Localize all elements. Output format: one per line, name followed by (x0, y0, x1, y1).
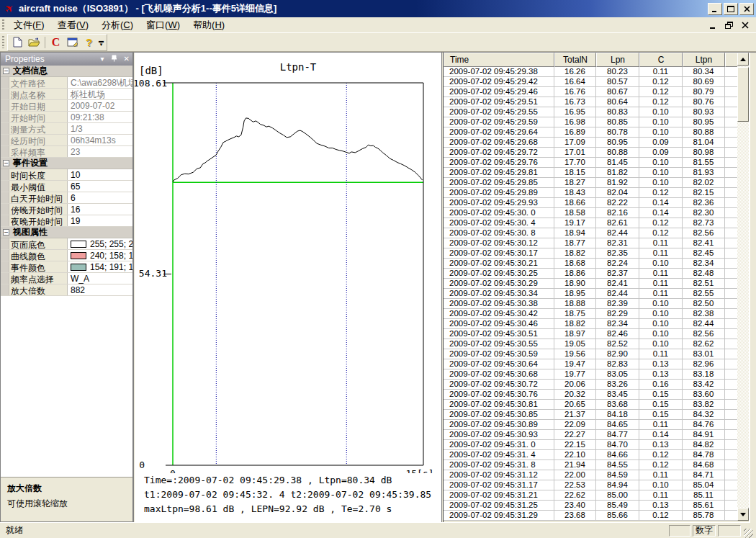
prop-row[interactable]: 开始日期2009-07-02 (1, 100, 132, 112)
collapse-minus-icon[interactable]: – (3, 229, 9, 236)
table-row[interactable]: 2009-07-02 09:45:30.2918.9082.410.1182.5… (444, 279, 756, 289)
help-button[interactable]: ? (81, 35, 97, 50)
column-header-lpn[interactable]: Lpn (596, 53, 639, 67)
new-file-button[interactable] (9, 35, 26, 50)
table-row[interactable]: 2009-07-02 09:45:29.4616.7680.670.1280.7… (444, 87, 756, 97)
table-row[interactable]: 2009-07-02 09:45:30.5919.5682.900.1183.0… (444, 349, 756, 359)
scrollbar-thumb[interactable] (737, 67, 749, 122)
resize-grip[interactable] (744, 529, 753, 538)
prop-row[interactable]: 页面底色255; 255; 25 (1, 238, 132, 250)
mdi-close-icon[interactable] (742, 22, 749, 29)
table-row[interactable]: 2009-07-02 09:45:30.2118.6882.240.1082.3… (444, 259, 756, 269)
table-row[interactable]: 2009-07-02 09:45:30. 419.1782.610.1282.7… (444, 218, 756, 228)
prop-row[interactable]: 经历时间06h34m13s (1, 135, 132, 146)
table-row[interactable]: 2009-07-02 09:45:29.6817.0980.950.0981.0… (444, 138, 756, 148)
table-row[interactable]: 2009-07-02 09:45:30. 818.9482.440.1282.5… (444, 228, 756, 238)
table-row[interactable]: 2009-07-02 09:45:30.4618.8282.340.1082.4… (444, 319, 756, 329)
prop-value[interactable]: 6 (68, 192, 132, 203)
table-row[interactable]: 2009-07-02 09:45:30.7620.3283.450.1583.6… (444, 390, 756, 400)
prop-category[interactable]: –文档信息 (1, 66, 132, 77)
prop-row[interactable]: 开始时间09:21:38 (1, 112, 132, 123)
collapse-minus-icon[interactable]: – (3, 68, 9, 74)
prop-row[interactable]: 傍晚开始时间16 (1, 204, 132, 215)
table-row[interactable]: 2009-07-02 09:45:29.5116.7380.640.1280.7… (444, 97, 756, 107)
table-row[interactable]: 2009-07-02 09:45:30.6819.7783.050.1383.1… (444, 369, 756, 380)
table-row[interactable]: 2009-07-02 09:45:31. 422.1084.660.1284.7… (444, 450, 756, 460)
table-row[interactable]: 2009-07-02 09:45:31. 821.9484.550.1284.6… (444, 460, 756, 470)
prop-row[interactable]: 采样频率23 (1, 146, 132, 158)
column-header-time[interactable]: Time (444, 53, 554, 67)
table-row[interactable]: 2009-07-02 09:45:30.5519.0582.520.1082.6… (444, 339, 756, 349)
prop-row[interactable]: 放大倍数882 (1, 284, 132, 296)
table-row[interactable]: 2009-07-02 09:45:30.4218.7582.290.1082.3… (444, 309, 756, 319)
mdi-minimize-icon[interactable] (709, 22, 716, 29)
table-row[interactable]: 2009-07-02 09:45:30.5118.9782.460.1082.5… (444, 329, 756, 339)
prop-value[interactable]: 10 (68, 169, 132, 180)
prop-row[interactable]: 曲线颜色240; 158; 15 (1, 250, 132, 261)
table-row[interactable]: 2009-07-02 09:45:30.2518.8682.370.1182.4… (444, 269, 756, 279)
prop-value[interactable]: 1/3 (68, 123, 132, 134)
table-row[interactable]: 2009-07-02 09:45:30. 018.5882.160.1482.3… (444, 208, 756, 218)
table-row[interactable]: 2009-07-02 09:45:31.2122.6285.000.1185.1… (444, 490, 756, 501)
menu-item-window[interactable]: 窗口(W) (140, 17, 186, 33)
maximize-button[interactable] (724, 3, 738, 15)
table-row[interactable]: 2009-07-02 09:45:31.1222.0084.590.1184.7… (444, 470, 756, 480)
prop-value[interactable]: 23 (68, 146, 132, 157)
mdi-restore-icon[interactable] (725, 22, 733, 29)
table-row[interactable]: 2009-07-02 09:45:30.1218.7782.310.1182.4… (444, 238, 756, 248)
collapse-minus-icon[interactable]: – (3, 160, 9, 166)
table-row[interactable]: 2009-07-02 09:45:31. 022.1584.700.1384.8… (444, 440, 756, 450)
prop-row[interactable]: 测点名称栎社机场 (1, 89, 132, 100)
table-row[interactable]: 2009-07-02 09:45:30.3818.8882.390.1082.5… (444, 299, 756, 309)
table-row[interactable]: 2009-07-02 09:45:30.8922.0984.650.1184.7… (444, 420, 756, 430)
prop-value[interactable]: 154; 191; 18 (68, 261, 132, 272)
table-row[interactable]: 2009-07-02 09:45:30.6419.4782.830.1382.9… (444, 359, 756, 369)
pin-icon[interactable] (111, 55, 117, 63)
table-row[interactable]: 2009-07-02 09:45:31.2523.4085.490.1385.6… (444, 501, 756, 511)
menu-grip-handle[interactable] (2, 19, 4, 30)
table-scrollbar[interactable] (737, 53, 749, 521)
table-row[interactable]: 2009-07-02 09:45:29.8118.1581.820.1081.9… (444, 168, 756, 178)
prop-value[interactable]: 240; 158; 15 (68, 250, 132, 261)
menu-item-help[interactable]: 帮助(H) (186, 17, 231, 33)
prop-value[interactable]: 65 (68, 181, 132, 192)
table-row[interactable]: 2009-07-02 09:45:30.7220.0683.260.1683.4… (444, 380, 756, 390)
table-row[interactable]: 2009-07-02 09:45:29.5516.9580.830.1080.9… (444, 107, 756, 117)
table-row[interactable]: 2009-07-02 09:45:30.8521.3784.180.1584.3… (444, 410, 756, 420)
chevron-down-icon[interactable]: ▾ (101, 55, 104, 63)
table-row[interactable]: 2009-07-02 09:45:29.7617.7081.450.1081.5… (444, 158, 756, 168)
close-panel-icon[interactable]: ✕ (124, 55, 130, 63)
close-button[interactable] (739, 3, 754, 15)
prop-value[interactable]: W_A (68, 273, 132, 284)
table-row[interactable]: 2009-07-02 09:45:31.2923.6885.660.1285.7… (444, 511, 756, 521)
table-row[interactable]: 2009-07-02 09:45:29.6416.8980.780.1080.8… (444, 127, 756, 138)
menu-item-analyze[interactable]: 分析(C) (95, 17, 140, 33)
open-file-button[interactable] (26, 35, 42, 50)
prop-value[interactable]: 09:21:38 (68, 112, 132, 122)
prop-row[interactable]: 夜晚开始时间19 (1, 215, 132, 227)
table-row[interactable]: 2009-07-02 09:45:29.3816.2680.230.1180.3… (444, 67, 756, 77)
prop-value[interactable]: C:\awa6298\机场 (68, 77, 132, 88)
table-row[interactable]: 2009-07-02 09:45:29.8918.4382.040.1282.1… (444, 188, 756, 198)
prop-value[interactable]: 882 (68, 284, 132, 295)
table-row[interactable]: 2009-07-02 09:45:29.4216.6480.570.1280.6… (444, 77, 756, 87)
prop-value[interactable]: 19 (68, 215, 132, 226)
table-row[interactable]: 2009-07-02 09:45:30.1718.8282.350.1182.4… (444, 248, 756, 259)
table-row[interactable]: 2009-07-02 09:45:30.8120.6583.680.1583.8… (444, 400, 756, 410)
ltpn-chart[interactable]: Ltpn-T[dB]108.6154.310015[s] (135, 53, 441, 473)
scroll-down-button[interactable] (737, 508, 749, 521)
prop-row[interactable]: 时间长度10 (1, 169, 132, 181)
prop-value[interactable]: 06h34m13s (68, 135, 132, 145)
prop-value[interactable]: 255; 255; 25 (68, 238, 132, 249)
scroll-up-button[interactable] (737, 53, 749, 66)
prop-row[interactable]: 频率点选择W_A (1, 273, 132, 284)
toolbar-grip-handle[interactable] (2, 36, 4, 49)
prop-category[interactable]: –事件设置 (1, 158, 132, 169)
menu-item-file[interactable]: 文件(F) (7, 17, 51, 33)
column-header-totaln[interactable]: TotalN (554, 53, 596, 67)
prop-value[interactable]: 栎社机场 (68, 89, 132, 99)
prop-row[interactable]: 文件路径C:\awa6298\机场 (1, 77, 132, 89)
prop-value[interactable]: 16 (68, 204, 132, 215)
column-header-c[interactable]: C (639, 53, 683, 67)
table-row[interactable]: 2009-07-02 09:45:29.9318.6682.220.1482.3… (444, 198, 756, 208)
